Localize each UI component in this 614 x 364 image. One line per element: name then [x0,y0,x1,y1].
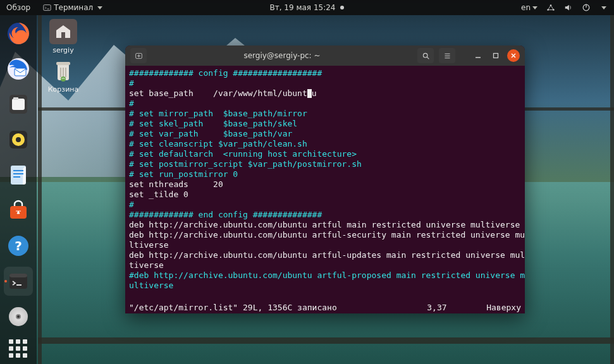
vim-status-line: "/etc/apt/mirror.list" 29L, 1356C записа… [129,303,521,312]
app-menu[interactable]: Терминал [43,3,102,12]
new-tab-button[interactable] [130,48,147,63]
svg-rect-0 [44,4,51,10]
svg-text:?: ? [15,238,22,253]
volume-icon[interactable] [564,3,573,12]
clock-label: Вт, 19 мая 15:24 [270,3,336,12]
dock-terminal[interactable] [4,267,33,296]
svg-rect-11 [13,97,18,100]
svg-rect-17 [13,173,23,174]
svg-rect-10 [12,99,25,110]
desktop-trash[interactable]: Корзина [43,58,83,94]
dock-firefox[interactable] [4,19,33,48]
notification-dot-icon [340,6,344,9]
terminal-icon [43,4,51,12]
svg-point-31 [61,76,66,82]
app-menu-label: Терминал [54,3,93,12]
clock[interactable]: Вт, 19 мая 15:24 [270,3,345,12]
dock-rhythmbox[interactable] [4,125,33,154]
search-button[interactable] [417,48,434,63]
terminal-headerbar[interactable]: sergiy@sergiy-pc: ~ [125,46,525,66]
svg-rect-41 [494,54,498,58]
minimize-button[interactable] [472,49,484,62]
dock-files[interactable] [4,90,33,119]
status-right: 3,37 Наверху [427,303,521,312]
keyboard-layout-indicator[interactable]: en [521,3,537,12]
svg-point-14 [16,137,21,142]
desktop: sergiy Корзина [43,19,83,94]
hamburger-menu-button[interactable] [439,48,455,63]
dock-help[interactable]: ? [4,231,33,260]
close-button[interactable] [507,49,520,62]
lang-label: en [521,3,531,12]
svg-rect-28 [61,32,65,38]
activities-button[interactable]: Обзор [6,3,30,12]
svg-rect-8 [15,68,26,76]
dock: ? [0,15,37,364]
window-title: sergiy@sergiy-pc: ~ [152,51,412,60]
top-panel: Обзор Терминал Вт, 19 мая 15:24 en [0,0,614,15]
svg-line-36 [427,57,429,59]
power-icon[interactable] [582,3,591,12]
terminal-window: sergiy@sergiy-pc: ~ ############# config… [125,46,525,313]
show-applications-button[interactable] [9,339,27,358]
terminal-content[interactable]: ############# config ###################… [125,66,525,293]
chevron-down-icon [97,6,102,9]
maximize-button[interactable] [489,49,502,62]
chevron-down-icon [532,6,537,9]
status-left: "/etc/apt/mirror.list" 29L, 1356C записа… [129,303,337,312]
desktop-trash-label: Корзина [48,85,78,94]
svg-rect-18 [13,176,20,178]
svg-point-35 [423,53,427,58]
svg-rect-23 [9,274,27,277]
chevron-down-icon [601,6,606,9]
desktop-home-label: sergiy [52,46,73,54]
desktop-home-folder[interactable]: sergiy [43,19,83,54]
bridge-post [610,15,614,364]
dock-disc[interactable] [4,302,33,331]
dock-thunderbird[interactable] [4,54,33,83]
svg-point-27 [17,315,20,318]
svg-rect-16 [13,170,23,171]
running-indicator-icon [4,280,7,282]
dock-software[interactable] [4,196,33,225]
bridge-post [38,15,42,364]
svg-rect-30 [56,62,70,65]
dock-writer[interactable] [4,161,33,190]
network-icon[interactable] [546,3,555,12]
bridge-deck [38,337,614,344]
